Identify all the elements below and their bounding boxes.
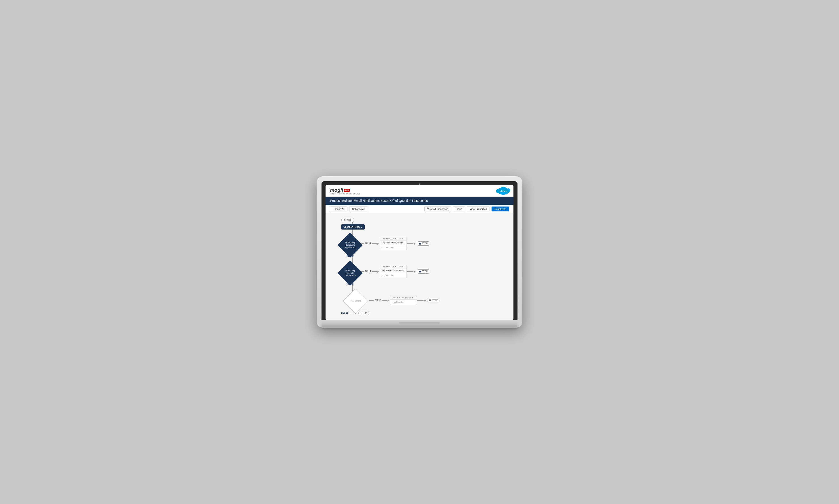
action-label-1: Send Email Alert to...: [386, 241, 405, 244]
plus-icon-1: +: [382, 246, 383, 249]
stop-node-3[interactable]: STOP: [427, 298, 440, 302]
app-header: mogli SMS INTELLIGENT TEXT MESSAGING sal…: [326, 185, 513, 197]
immediate-actions-box-2: IMMEDIATE ACTIONS Email Alert for Help..…: [380, 265, 407, 278]
stop-node-false-3[interactable]: STOP: [358, 311, 369, 315]
logo-subtitle: INTELLIGENT TEXT MESSAGING: [330, 193, 360, 195]
view-properties-button[interactable]: View Properties: [467, 206, 490, 212]
plus-icon-2: +: [382, 274, 383, 277]
stop-node-2[interactable]: STOP: [416, 269, 430, 274]
logo-badge: SMS: [344, 188, 350, 192]
stop-label-2: STOP: [422, 270, 428, 273]
email-icon-1: [382, 241, 384, 244]
expand-all-button[interactable]: Expand All: [330, 206, 347, 212]
action-item-1[interactable]: Send Email Alert to...: [380, 240, 407, 245]
add-action-item-2[interactable]: + Add Action: [380, 273, 407, 278]
action-label-2: Email Alert for Help...: [386, 270, 405, 272]
add-action-label-1: Add Action: [384, 247, 394, 249]
true-label-2: TRUE: [363, 270, 372, 273]
object-node[interactable]: Question Respo...: [341, 224, 365, 230]
logo-text: mogli: [330, 187, 343, 193]
false-label-3: FALSE: [341, 312, 348, 315]
true-label-1: TRUE: [363, 242, 372, 245]
actions-header-1: IMMEDIATE ACTIONS: [380, 237, 407, 240]
view-all-processes-button[interactable]: View All Processes: [424, 206, 451, 212]
decision-row-2: YES to Help Renewing Current Plan FALSE …: [341, 264, 430, 285]
actions-header-3: IMMEDIATE ACTIONS: [390, 296, 416, 300]
add-action-label-3: Add Action: [394, 301, 404, 303]
stop-square-2: [419, 271, 421, 272]
stop-square-1: [419, 243, 421, 245]
diamond-node-3[interactable]: + Add Criteria: [343, 288, 368, 313]
toolbar: Expand All Collapse All View All Process…: [326, 205, 513, 213]
diamond-text-1: YES to Help Scheduling Appointment: [343, 241, 358, 249]
logo-area: mogli SMS INTELLIGENT TEXT MESSAGING: [330, 187, 360, 195]
immediate-actions-box-3: IMMEDIATE ACTIONS + Add Action: [390, 296, 417, 305]
stop-label-1: STOP: [422, 242, 428, 245]
stop-label-3: STOP: [432, 299, 438, 302]
add-action-label-2: Add Action: [384, 274, 394, 277]
add-action-item-3[interactable]: + Add Action: [390, 300, 416, 305]
salesforce-logo: salesforce: [498, 187, 509, 195]
stop-node-1[interactable]: STOP: [416, 241, 430, 246]
stop-square-3: [429, 300, 431, 301]
decision-row-1: YES to Help Scheduling Appointment FALSE…: [341, 236, 430, 257]
collapse-all-button[interactable]: Collapse All: [349, 206, 368, 212]
immediate-actions-box-1: IMMEDIATE ACTIONS Send Email Alert to...: [380, 237, 407, 250]
clone-button[interactable]: Clone: [452, 206, 465, 212]
plus-icon-3: +: [392, 301, 393, 304]
diamond-text-2: YES to Help Renewing Current Plan: [343, 269, 358, 277]
email-icon-2: [382, 270, 384, 272]
process-title: Process Builder- Email Notifications Bas…: [330, 199, 428, 202]
true-label-3: TRUE: [374, 299, 382, 302]
actions-header-2: IMMEDIATE ACTIONS: [380, 265, 407, 268]
process-title-bar: Process Builder- Email Notifications Bas…: [326, 197, 513, 205]
diamond-text-3: + Add Criteria: [348, 299, 363, 303]
deactivate-button[interactable]: Deactivate: [492, 206, 509, 212]
add-action-item-1[interactable]: + Add Action: [380, 245, 407, 250]
diamond-node-1[interactable]: YES to Help Scheduling Appointment: [337, 232, 363, 258]
process-canvas: START Question Respo... YES to Help Sche…: [326, 213, 513, 320]
stop-label-false-3: STOP: [361, 312, 367, 314]
diamond-node-2[interactable]: YES to Help Renewing Current Plan: [337, 260, 363, 286]
decision-row-3: + Add Criteria FALSE ► STOP: [341, 292, 440, 315]
action-item-2[interactable]: Email Alert for Help...: [380, 268, 407, 273]
start-node: START: [341, 218, 354, 222]
